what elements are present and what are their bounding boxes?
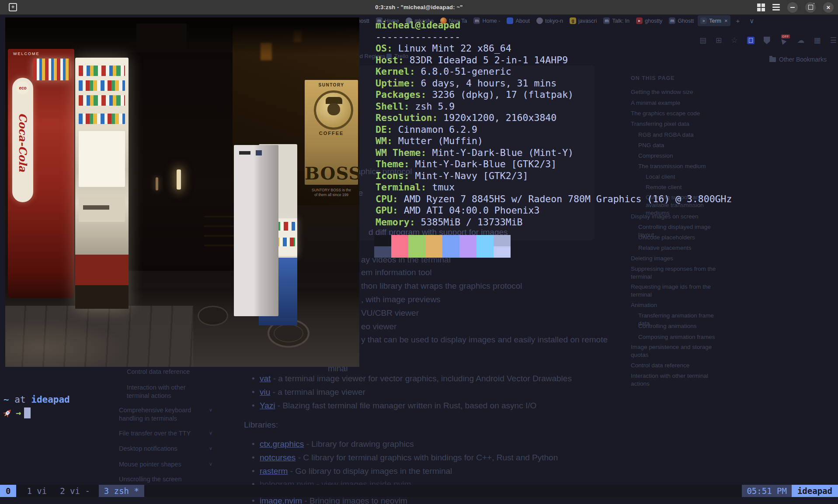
fastfetch-value: AMD Ryzen 7 8845HS w/ Radeon 780M Graphi…: [398, 193, 732, 204]
palette-swatch: [425, 246, 442, 258]
fastfetch-value: Cinnamon 6.2.9: [393, 124, 477, 135]
fastfetch-user-host: micheal@ideapad: [376, 20, 732, 31]
fastfetch-line: Packages: 3236 (dpkg), 17 (flatpak): [376, 89, 732, 101]
boss-caption: SUNTORY BOSS is the of them all since 19…: [305, 188, 358, 197]
tmux-window-item[interactable]: 2 vi -: [57, 485, 93, 497]
alley-lamp: [156, 177, 158, 190]
palette-swatch: [374, 235, 391, 246]
prompt-arrow-icon: →: [16, 407, 21, 418]
close-button[interactable]: ×: [823, 2, 834, 13]
fastfetch-label: Memory:: [376, 217, 415, 228]
minimize-button[interactable]: [787, 2, 798, 13]
vending-base-red: [75, 255, 129, 285]
fastfetch-label: GPU:: [376, 205, 398, 216]
fastfetch-line: Shell: zsh 5.9: [376, 101, 732, 113]
prompt-line: ~ at ideapad: [3, 394, 70, 405]
fastfetch-line: Memory: 5385MiB / 13733MiB: [376, 217, 732, 228]
light-pool: [5, 319, 128, 367]
prompt-at: at: [9, 394, 31, 405]
fastfetch-value: Mutter (Muffin): [393, 135, 483, 146]
drink-row: [79, 80, 125, 91]
fastfetch-label: Theme:: [376, 159, 410, 169]
palette-swatch: [425, 235, 442, 246]
fastfetch-line: Terminal: tmux: [376, 182, 732, 193]
menu-hamburger-icon[interactable]: [772, 4, 780, 10]
fastfetch-value: 83DR IdeaPad 5 2-in-1 14AHP9: [404, 55, 568, 66]
fastfetch-line: Theme: Mint-Y-Dark-Blue [GTK2/3]: [376, 159, 732, 170]
palette-swatch: [408, 235, 425, 246]
fastfetch-line: Host: 83DR IdeaPad 5 2-in-1 14AHP9: [376, 55, 732, 66]
prompt-input-line[interactable]: →: [3, 407, 31, 419]
bright-vending-machine: [75, 58, 129, 309]
vending-base: [75, 285, 129, 309]
fastfetch-value: 1920x1200, 2160x3840: [438, 112, 556, 123]
screen: GhosttmHomemkasheNew TamHome -Abouttokyo…: [0, 0, 838, 504]
tmux-status-bar: 0 1 vi2 vi -3 zsh * 05:51 PM ideapad: [0, 485, 838, 497]
fastfetch-value: 5385MiB / 13733MiB: [415, 217, 523, 228]
fastfetch-line: DE: Cinnamon 6.2.9: [376, 124, 732, 136]
fastfetch-line: Uptime: 6 days, 4 hours, 31 mins: [376, 78, 732, 90]
fastfetch-separator: ---------------: [376, 31, 732, 43]
fastfetch-value: 6 days, 4 hours, 31 mins: [415, 78, 557, 89]
fastfetch-label: Kernel:: [376, 66, 415, 77]
drink-row: [79, 66, 125, 76]
palette-swatch: [442, 235, 459, 246]
boss-logo-face: [314, 90, 353, 130]
fastfetch-label: Icons:: [376, 170, 410, 181]
alley-lamp: [177, 169, 181, 190]
alley-photo: WELCOME eco Coca-Cola: [5, 17, 359, 367]
vending-buttons: [79, 197, 125, 222]
workspace-grid-icon[interactable]: [757, 3, 765, 11]
fastfetch-value: AMD ATI 04:00.0 Phoenix3: [398, 205, 540, 216]
eco-badge: eco: [16, 81, 29, 94]
rocket-icon: [3, 408, 13, 418]
palette-swatch: [391, 235, 408, 246]
palette-swatch: [374, 246, 391, 258]
palette-swatch: [459, 246, 476, 258]
coca-cola-vending-machine: WELCOME eco Coca-Cola: [8, 49, 74, 298]
terminal-color-palette: [374, 235, 511, 258]
vending-display-row: [33, 59, 70, 80]
fastfetch-value: 6.8.0-51-generic: [415, 66, 511, 77]
tmux-session-index[interactable]: 0: [0, 485, 16, 497]
tmux-hostname: ideapad: [792, 485, 838, 497]
tmux-window-item[interactable]: 1 vi: [24, 485, 49, 497]
white-cooler: [234, 145, 278, 316]
fastfetch-value: 3236 (dpkg), 17 (flatpak): [427, 89, 574, 100]
fastfetch-line: OS: Linux Mint 22 x86_64: [376, 43, 732, 55]
fastfetch-label: WM Theme:: [376, 147, 427, 158]
fastfetch-value: zsh 5.9: [410, 101, 455, 112]
fastfetch-line: Resolution: 1920x1200, 2160x3840: [376, 112, 732, 124]
tmux-window-item[interactable]: 3 zsh *: [99, 485, 144, 497]
fastfetch-label: Terminal:: [376, 182, 427, 193]
palette-swatch: [494, 246, 511, 258]
welcome-sign: WELCOME: [13, 52, 40, 56]
suntory-boss-sign: SUNTORY COFFEE BOSS: [305, 80, 358, 185]
palette-swatch: [391, 246, 408, 258]
prompt-path: ~: [3, 394, 9, 405]
palette-swatch: [442, 246, 459, 258]
fastfetch-label: WM:: [376, 135, 393, 146]
fastfetch-line: WM: Mutter (Muffin): [376, 135, 732, 147]
fastfetch-line: WM Theme: Mint-Y-Dark-Blue (Mint-Y): [376, 147, 732, 159]
terminal-titlebar: + 0:3:zsh - "micheal@ideapad: ~" ×: [0, 0, 838, 15]
fastfetch-label: Packages:: [376, 89, 427, 100]
palette-swatch: [476, 235, 494, 246]
ac-unit: [136, 24, 187, 51]
restore-button[interactable]: [805, 2, 816, 13]
window-title: 0:3:zsh - "micheal@ideapad: ~": [0, 4, 838, 10]
fastfetch-label: Shell:: [376, 101, 410, 112]
fastfetch-line: GPU: AMD ATI 04:00.0 Phoenix3: [376, 205, 732, 217]
fastfetch-label: DE:: [376, 124, 393, 135]
palette-swatch: [459, 235, 476, 246]
fastfetch-label: CPU:: [376, 193, 398, 204]
palette-swatch: [494, 235, 511, 246]
prompt-host: ideapad: [31, 394, 70, 405]
terminal-cursor: [24, 407, 31, 418]
coca-cola-script: Coca-Cola: [17, 113, 29, 167]
fastfetch-line: CPU: AMD Ryzen 7 8845HS w/ Radeon 780M G…: [376, 193, 732, 205]
drink-row: [79, 95, 125, 106]
palette-swatch: [476, 246, 494, 258]
drain-cover: [198, 306, 228, 326]
terminal-screen: WELCOME eco Coca-Cola: [0, 0, 838, 504]
